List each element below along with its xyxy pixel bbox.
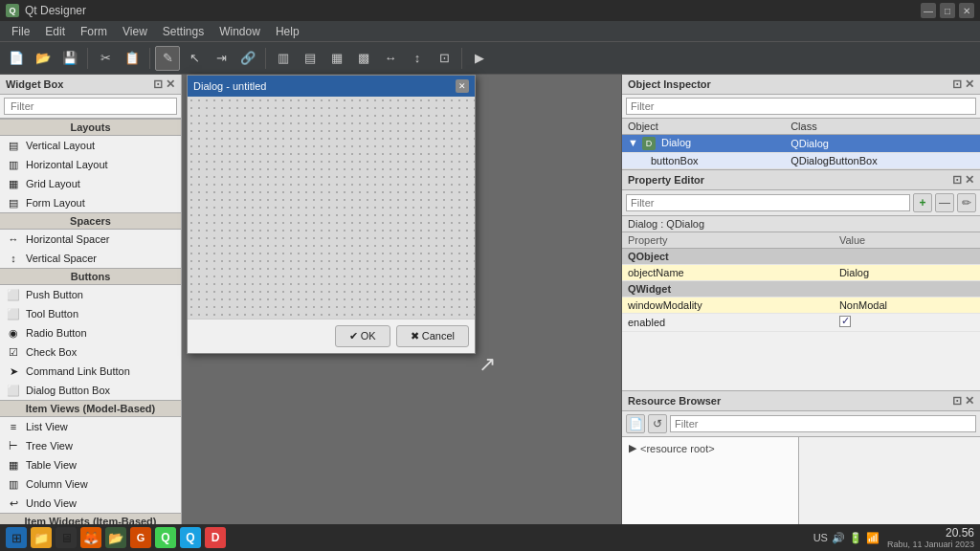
obj-row-dialog[interactable]: ▼D Dialog QDialog: [622, 135, 980, 153]
res-root-item[interactable]: ▶ <resource root>: [625, 440, 795, 456]
object-inspector-close-btn[interactable]: ✕: [965, 77, 974, 91]
widget-dialog-button-box[interactable]: ⬜ Dialog Button Box: [0, 381, 181, 400]
prop-col-property: Property: [622, 232, 834, 249]
widget-tool-button-label: Tool Button: [26, 308, 78, 320]
close-btn[interactable]: ✕: [959, 3, 974, 18]
menu-settings[interactable]: Settings: [155, 23, 212, 40]
firefox-btn[interactable]: 🦊: [80, 527, 101, 548]
resource-browser-controls[interactable]: ⊡ ✕: [952, 394, 974, 408]
menu-edit[interactable]: Edit: [37, 23, 73, 40]
widget-form-layout[interactable]: ▤ Form Layout: [0, 193, 181, 212]
layout-vs-btn[interactable]: ↕: [405, 46, 430, 71]
maximize-btn[interactable]: □: [940, 3, 955, 18]
obj-filter-input[interactable]: [626, 98, 976, 115]
widget-column-view[interactable]: ▥ Column View: [0, 474, 181, 494]
prop-objectname-value[interactable]: Dialog: [834, 265, 980, 281]
res-file-btn[interactable]: 📄: [626, 414, 645, 433]
file-manager-btn[interactable]: 📁: [31, 527, 52, 548]
layout-break-btn[interactable]: ⊡: [432, 46, 457, 71]
dialog-window[interactable]: Dialog - untitled ✕ ✔ OK ✖ Cancel: [187, 75, 476, 354]
dialog-cancel-btn[interactable]: ✖ Cancel: [396, 325, 469, 347]
cut-btn[interactable]: ✂: [93, 46, 118, 71]
layout-hs-btn[interactable]: ↔: [378, 46, 403, 71]
res-toolbar: 📄 ↺: [622, 411, 980, 437]
prop-filter-input[interactable]: [626, 194, 910, 211]
edit-mode-btn[interactable]: ✎: [155, 46, 180, 71]
widget-h-spacer-label: Horizontal Spacer: [26, 233, 109, 245]
center-area[interactable]: Dialog - untitled ✕ ✔ OK ✖ Cancel ↗: [182, 75, 621, 524]
git-btn[interactable]: G: [130, 527, 151, 548]
save-btn[interactable]: 💾: [57, 46, 82, 71]
prop-remove-btn[interactable]: —: [935, 193, 954, 212]
resource-browser-float-btn[interactable]: ⊡: [952, 394, 962, 408]
widget-h-spacer[interactable]: ↔ Horizontal Spacer: [0, 230, 181, 249]
buddy-btn[interactable]: 🔗: [235, 46, 260, 71]
widget-vertical-layout[interactable]: ▤ Vertical Layout: [0, 136, 181, 155]
layout-v-btn[interactable]: ▤: [298, 46, 323, 71]
widget-check-box[interactable]: ☑ Check Box: [0, 342, 181, 362]
dialog-title: Dialog - untitled: [193, 80, 266, 92]
pointer-btn[interactable]: ↖: [182, 46, 207, 71]
widget-box-float-btn[interactable]: ⊡: [153, 77, 163, 91]
menu-help[interactable]: Help: [268, 23, 307, 40]
check-box-icon: ☑: [6, 344, 21, 360]
enabled-checkbox[interactable]: [839, 316, 851, 327]
prop-edit-btn[interactable]: ✏: [957, 193, 976, 212]
resource-browser-close-btn[interactable]: ✕: [965, 394, 974, 408]
qtdesigner-btn[interactable]: Q: [180, 527, 201, 548]
widget-table-view[interactable]: ▦ Table View: [0, 455, 181, 474]
widget-tool-button[interactable]: ⬜ Tool Button: [0, 304, 181, 323]
menu-file[interactable]: File: [4, 23, 37, 40]
object-inspector-controls[interactable]: ⊡ ✕: [952, 77, 974, 91]
tab-order-btn[interactable]: ⇥: [209, 46, 234, 71]
dialog-body[interactable]: [188, 97, 475, 319]
property-editor-close-btn[interactable]: ✕: [965, 173, 974, 187]
widget-command-link[interactable]: ➤ Command Link Button: [0, 362, 181, 381]
obj-table-header: Object Class: [622, 119, 980, 135]
widget-horizontal-layout[interactable]: ▥ Horizontal Layout: [0, 155, 181, 174]
prop-windowmodality-value[interactable]: NonModal: [834, 298, 980, 314]
new-btn[interactable]: 📄: [4, 46, 29, 71]
prop-row-enabled[interactable]: enabled: [622, 314, 980, 332]
prop-add-btn[interactable]: +: [913, 193, 932, 212]
object-inspector-float-btn[interactable]: ⊡: [952, 77, 962, 91]
prop-enabled-value[interactable]: [834, 314, 980, 332]
widget-filter-input[interactable]: [4, 98, 177, 115]
menu-form[interactable]: Form: [73, 23, 115, 40]
layout-f-btn[interactable]: ▩: [351, 46, 376, 71]
preview-btn[interactable]: ▶: [467, 46, 492, 71]
widget-box-close-btn[interactable]: ✕: [166, 77, 175, 91]
taskbar: ⊞ 📁 🖥 🦊 📂 G Q Q D US 🔊 🔋 📶 20.56 Rabu, 1…: [0, 524, 980, 551]
app8-btn[interactable]: D: [205, 527, 226, 548]
dialog-close-btn[interactable]: ✕: [456, 79, 469, 93]
widget-push-button[interactable]: ⬜ Push Button: [0, 285, 181, 304]
widget-tree-view[interactable]: ⊢ Tree View: [0, 436, 181, 455]
widget-list-view[interactable]: ≡ List View: [0, 417, 181, 436]
res-refresh-btn[interactable]: ↺: [648, 414, 667, 433]
widget-box-controls[interactable]: ⊡ ✕: [153, 77, 175, 91]
layout-g-btn[interactable]: ▦: [324, 46, 349, 71]
obj-row-buttonbox[interactable]: buttonBox QDialogButtonBox: [622, 153, 980, 169]
dialog-ok-btn[interactable]: ✔ OK: [335, 325, 390, 347]
property-editor-controls[interactable]: ⊡ ✕: [952, 173, 974, 187]
copy-btn[interactable]: 📋: [120, 46, 145, 71]
widget-undo-view[interactable]: ↩ Undo View: [0, 494, 181, 513]
start-menu-btn[interactable]: ⊞: [6, 527, 27, 548]
res-filter-input[interactable]: [670, 415, 976, 432]
files-btn[interactable]: 📂: [105, 527, 126, 548]
layout-h-btn[interactable]: ▥: [271, 46, 296, 71]
open-btn[interactable]: 📂: [31, 46, 56, 71]
title-bar-controls[interactable]: — □ ✕: [921, 3, 974, 18]
prop-qobject-label: QObject: [622, 249, 980, 265]
terminal-btn[interactable]: 🖥: [56, 527, 77, 548]
widget-radio-button[interactable]: ◉ Radio Button: [0, 323, 181, 342]
widget-grid-layout[interactable]: ▦ Grid Layout: [0, 174, 181, 193]
menu-window[interactable]: Window: [212, 23, 268, 40]
prop-row-windowmodality[interactable]: windowModality NonModal: [622, 298, 980, 314]
minimize-btn[interactable]: —: [921, 3, 936, 18]
property-editor-float-btn[interactable]: ⊡: [952, 173, 962, 187]
widget-v-spacer[interactable]: ↕ Vertical Spacer: [0, 249, 181, 268]
menu-view[interactable]: View: [115, 23, 155, 40]
qtcreator-btn[interactable]: Q: [155, 527, 176, 548]
prop-row-objectname[interactable]: objectName Dialog: [622, 265, 980, 281]
